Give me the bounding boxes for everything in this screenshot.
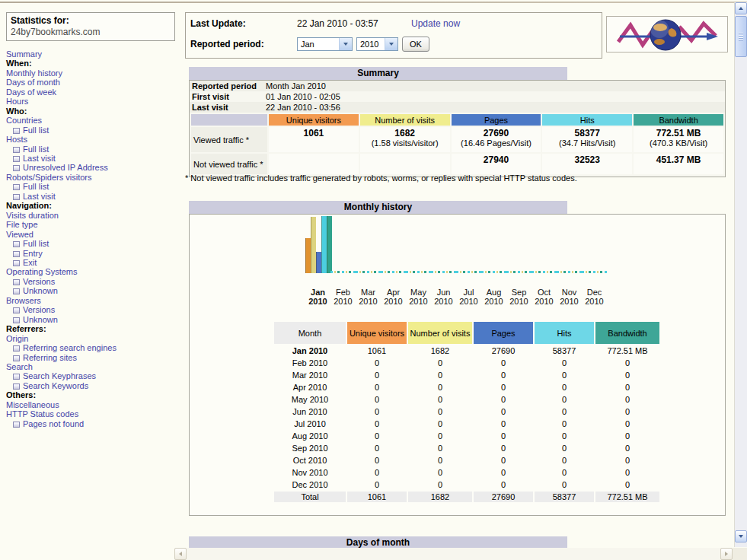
menu-item-unresolved-ip-address[interactable]: Unresolved IP Address (6, 163, 175, 172)
list-icon (13, 128, 20, 134)
menu-item-referring-search-engines[interactable]: Referring search engines (6, 343, 175, 352)
table-row: Feb 201000000 (274, 358, 659, 368)
zero-bar-aug-2010 (481, 271, 506, 273)
menu-item-search-keywords[interactable]: Search Keywords (6, 381, 175, 390)
value-cell: 58377 (535, 492, 594, 502)
menu-item-browsers[interactable]: Browsers (6, 296, 175, 305)
not-viewed-note: * Not viewed traffic includes traffic ge… (185, 173, 577, 183)
table-row: May 201000000 (274, 394, 659, 405)
scroll-right-button[interactable] (720, 548, 733, 560)
menu-item-origin[interactable]: Origin (6, 334, 175, 343)
list-icon (13, 422, 20, 428)
first-visit-value: 01 Jan 2010 - 02:05 (266, 91, 340, 102)
value-cell: 0 (347, 406, 407, 417)
menu-item-viewed[interactable]: Viewed (6, 230, 175, 239)
last-update-label: Last Update: (190, 18, 297, 29)
menu-item-full-list[interactable]: Full list (6, 145, 175, 154)
zero-bar-mar-2010 (356, 271, 381, 273)
menu-item-hours[interactable]: Hours (6, 97, 175, 106)
menu-item-days-of-month[interactable]: Days of month (6, 78, 175, 87)
horizontal-scrollbar[interactable] (174, 548, 733, 560)
month-select-value: Jan (298, 38, 339, 50)
ok-button[interactable]: OK (402, 37, 429, 52)
menu-item-last-visit[interactable]: Last visit (6, 154, 175, 163)
list-icon (13, 251, 20, 257)
zero-bar-oct-2010 (532, 271, 557, 273)
value-cell: 451.37 MB (634, 154, 723, 174)
value-cell: 0 (408, 394, 472, 405)
zero-bar-sep-2010 (506, 271, 532, 273)
table-row: Nov 201000000 (274, 467, 659, 478)
bar-pages (316, 252, 321, 273)
column-header-number-of-visits: Number of visits (360, 114, 450, 126)
value-cell: 1682 (408, 492, 472, 502)
menu-item-versions[interactable]: Versions (6, 305, 175, 314)
value-cell: 772.51 MB (595, 345, 659, 356)
sidebar-menu: SummaryWhen:Monthly historyDays of month… (6, 49, 175, 428)
value-cell: 0 (595, 382, 659, 393)
scroll-down-button[interactable] (735, 530, 747, 542)
month-select[interactable]: Jan (297, 37, 353, 51)
reported-period-info-value: Month Jan 2010 (266, 81, 326, 91)
row-label-cell: Jan 2010 (274, 345, 346, 356)
menu-section-who: Who: (6, 107, 175, 116)
menu-item-robots-spiders-visitors[interactable]: Robots/Spiders visitors (6, 173, 175, 182)
monthly-history-box: Jan2010Feb2010Mar2010Apr2010May2010Jun20… (189, 214, 726, 516)
value-cell: 0 (347, 418, 407, 429)
menu-item-countries[interactable]: Countries (6, 116, 175, 125)
chevron-down-icon[interactable] (339, 38, 352, 50)
month-label-feb-2010: Feb2010 (330, 288, 356, 306)
menu-item-search-keyphrases[interactable]: Search Keyphrases (6, 371, 175, 380)
menu-item-full-list[interactable]: Full list (6, 126, 175, 135)
value-cell: 0 (474, 406, 533, 417)
menu-item-full-list[interactable]: Full list (6, 239, 175, 248)
menu-item-full-list[interactable]: Full list (6, 182, 175, 191)
chevron-down-icon[interactable] (385, 38, 397, 50)
table-row: Mar 201000000 (274, 370, 659, 380)
menu-item-summary[interactable]: Summary (6, 49, 175, 59)
menu-item-operating-systems[interactable]: Operating Systems (6, 267, 175, 276)
menu-item-referring-sites[interactable]: Referring sites (6, 353, 175, 362)
chart-month-labels: Jan2010Feb2010Mar2010Apr2010May2010Jun20… (305, 288, 607, 306)
menu-section-navigation: Navigation: (6, 201, 175, 210)
menu-item-unknown[interactable]: Unknown (6, 315, 175, 324)
first-visit-label: First visit (192, 91, 266, 102)
menu-item-hosts[interactable]: Hosts (6, 135, 175, 144)
menu-item-http-status-codes[interactable]: HTTP Status codes (6, 409, 175, 418)
row-label-cell: Sep 2010 (274, 443, 346, 453)
update-now-link[interactable]: Update now (411, 18, 460, 29)
not-viewed-traffic-label: Not viewed traffic * (191, 154, 267, 174)
menu-item-miscellaneous[interactable]: Miscellaneous (6, 400, 175, 409)
scroll-left-button[interactable] (174, 548, 187, 560)
value-cell: 0 (535, 394, 594, 405)
menu-item-last-visit[interactable]: Last visit (6, 192, 175, 201)
menu-item-versions[interactable]: Versions (6, 277, 175, 286)
vertical-scrollbar-thumb[interactable] (735, 16, 747, 57)
value-cell: 0 (408, 406, 472, 417)
menu-item-visits-duration[interactable]: Visits duration (6, 211, 175, 220)
menu-item-monthly-history[interactable]: Monthly history (6, 68, 175, 78)
menu-item-pages-not-found[interactable]: Pages not found (6, 419, 175, 428)
menu-item-unknown[interactable]: Unknown (6, 286, 175, 295)
year-select[interactable]: 2010 (356, 37, 398, 51)
awstats-logo[interactable] (606, 16, 728, 52)
bar-number-of-visits (311, 217, 316, 273)
value-cell (360, 154, 450, 174)
value-cell: 0 (347, 479, 407, 490)
monthly-history-section-header: Monthly history (189, 201, 567, 214)
menu-item-days-of-week[interactable]: Days of week (6, 88, 175, 97)
menu-item-file-type[interactable]: File type (6, 220, 175, 229)
menu-item-entry[interactable]: Entry (6, 249, 175, 258)
table-row: Apr 201000000 (274, 382, 659, 393)
zero-bar-may-2010 (406, 271, 431, 273)
value-cell: 0 (474, 418, 533, 429)
chevron-left-icon (179, 552, 182, 556)
menu-item-search[interactable]: Search (6, 362, 175, 371)
row-label-cell: Jun 2010 (274, 406, 346, 417)
menu-item-exit[interactable]: Exit (6, 258, 175, 267)
scroll-up-button[interactable] (735, 2, 747, 14)
days-of-month-title: Days of month (346, 537, 410, 548)
last-visit-value: 22 Jan 2010 - 03:56 (266, 102, 340, 113)
column-header-bandwidth: Bandwidth (634, 114, 723, 126)
vertical-scrollbar[interactable] (734, 2, 747, 547)
